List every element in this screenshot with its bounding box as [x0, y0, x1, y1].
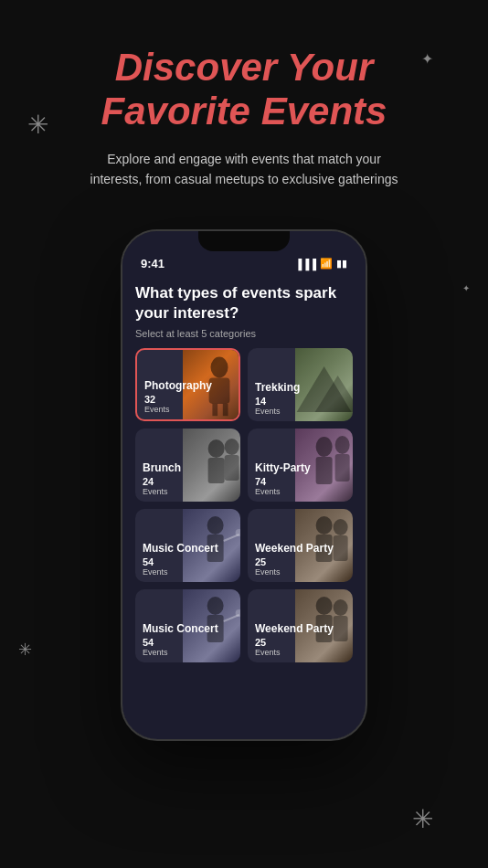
card-events-music-concert-2: Events	[143, 648, 218, 657]
card-info-trekking: Trekking 14 Events	[248, 376, 307, 421]
card-events-weekend-party-1: Events	[255, 567, 334, 577]
phone-volume-down	[121, 359, 122, 386]
status-time: 9:41	[141, 257, 164, 270]
category-card-music-concert-1[interactable]: Music Concert 54 Events	[135, 509, 240, 582]
card-name-trekking: Trekking	[255, 381, 300, 394]
card-count-trekking: 14	[255, 396, 300, 407]
category-card-music-concert-2[interactable]: Music Concert 54 Events	[135, 589, 240, 662]
card-name-weekend-party-2: Weekend Party	[255, 622, 334, 635]
screen-question-title: What types of events spark your interest…	[135, 283, 353, 323]
card-count-photography: 32	[144, 394, 212, 405]
phone-frame: 9:41 ▐▐▐ 📶 ▮▮ What types of events spark…	[121, 229, 367, 741]
card-events-kitty-party: Events	[255, 487, 311, 496]
brunch-silhouette	[183, 429, 240, 502]
screen-content: What types of events spark your interest…	[122, 274, 366, 671]
svg-point-6	[207, 439, 224, 458]
category-card-brunch[interactable]: Brunch 24 Events	[135, 429, 240, 502]
svg-rect-13	[334, 454, 349, 482]
svg-rect-8	[207, 458, 224, 483]
card-events-brunch: Events	[143, 487, 181, 496]
card-name-music-concert-2: Music Concert	[143, 622, 218, 635]
card-count-brunch: 24	[143, 476, 181, 487]
svg-point-26	[315, 597, 332, 615]
category-card-trekking[interactable]: Trekking 14 Events	[248, 348, 353, 421]
category-card-kitty-party[interactable]: Kitty-Party 74 Events	[248, 429, 353, 502]
card-info-brunch: Brunch 24 Events	[135, 456, 188, 502]
svg-point-11	[334, 436, 349, 454]
wifi-icon: 📶	[320, 258, 333, 270]
card-name-kitty-party: Kitty-Party	[255, 461, 311, 474]
svg-point-7	[224, 439, 239, 455]
card-count-music-concert-1: 54	[143, 556, 218, 567]
hero-title: Discover Your Favorite Events	[37, 46, 451, 134]
status-icons: ▐▐▐ 📶 ▮▮	[295, 258, 347, 270]
card-name-weekend-party-1: Weekend Party	[255, 542, 334, 555]
card-count-weekend-party-2: 25	[255, 637, 334, 648]
card-count-music-concert-2: 54	[143, 637, 218, 648]
category-card-weekend-party-2[interactable]: Weekend Party 25 Events	[248, 589, 353, 662]
card-count-weekend-party-1: 25	[255, 556, 334, 567]
category-card-photography[interactable]: Photography 32 Events	[135, 348, 240, 421]
svg-point-14	[207, 516, 223, 535]
phone-volume-up	[121, 323, 122, 350]
card-info-weekend-party-1: Weekend Party 25 Events	[248, 536, 341, 582]
phone-mockup: 9:41 ▐▐▐ 📶 ▮▮ What types of events spark…	[0, 229, 488, 741]
card-events-photography: Events	[144, 405, 212, 414]
hero-subtitle: Explore and engage with events that matc…	[80, 149, 408, 190]
signal-icon: ▐▐▐	[295, 259, 316, 270]
card-count-kitty-party: 74	[255, 476, 311, 487]
screen-instruction: Select at least 5 categories	[135, 328, 353, 339]
star-decoration-4: ✳	[412, 804, 433, 834]
card-events-weekend-party-2: Events	[255, 648, 334, 657]
card-info-music-concert-2: Music Concert 54 Events	[135, 617, 226, 662]
svg-point-10	[315, 437, 332, 457]
svg-rect-3	[223, 403, 228, 415]
card-events-trekking: Events	[255, 407, 300, 416]
status-bar: 9:41 ▐▐▐ 📶 ▮▮	[122, 231, 366, 274]
hero-section: Discover Your Favorite Events Explore an…	[0, 0, 488, 207]
card-bg-brunch	[183, 429, 240, 502]
card-info-music-concert-1: Music Concert 54 Events	[135, 536, 226, 582]
battery-icon: ▮▮	[336, 258, 347, 270]
svg-point-18	[315, 516, 332, 535]
card-info-weekend-party-2: Weekend Party 25 Events	[248, 617, 341, 662]
svg-point-27	[333, 599, 347, 616]
category-card-weekend-party-1[interactable]: Weekend Party 25 Events	[248, 509, 353, 582]
card-name-music-concert-1: Music Concert	[143, 542, 218, 555]
phone-power-button	[366, 341, 367, 386]
svg-rect-12	[315, 457, 332, 484]
card-events-music-concert-1: Events	[143, 567, 218, 577]
card-info-kitty-party: Kitty-Party 74 Events	[248, 456, 318, 502]
phone-screen: 9:41 ▐▐▐ 📶 ▮▮ What types of events spark…	[122, 231, 366, 739]
card-info-photography: Photography 32 Events	[137, 374, 219, 419]
card-name-brunch: Brunch	[143, 461, 181, 474]
category-grid: Photography 32 Events	[135, 348, 353, 662]
card-name-photography: Photography	[144, 379, 212, 392]
svg-point-22	[207, 597, 223, 615]
svg-point-19	[333, 519, 347, 535]
svg-rect-9	[224, 455, 239, 481]
